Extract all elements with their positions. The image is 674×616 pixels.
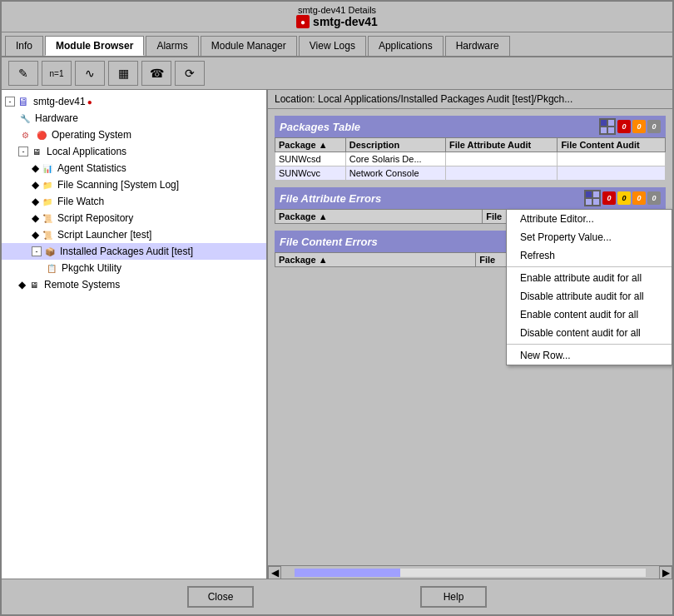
cell-attr-1 — [445, 152, 557, 166]
tree-item-filewatch[interactable]: ◆ 📁 File Watch — [2, 193, 266, 210]
tab-info[interactable]: Info — [5, 36, 43, 56]
ctx-enable-content-all[interactable]: Enable content audit for all — [507, 306, 672, 324]
col-package-attr[interactable]: Package ▲ — [275, 210, 483, 224]
tab-view-logs[interactable]: View Logs — [299, 36, 366, 56]
grid-icon[interactable] — [599, 118, 616, 135]
tab-alarms[interactable]: Alarms — [146, 36, 198, 56]
packages-table-title: Packages Table — [280, 121, 360, 133]
tree-item-pkgaudit[interactable]: - 📦 Installed Packages Audit [test] — [2, 243, 266, 260]
horizontal-scrollbar[interactable]: ◀ ▶ — [268, 565, 672, 579]
toolbar-chart-btn[interactable]: ∿ — [75, 61, 105, 86]
window-main-title: smtg-dev41 — [313, 15, 378, 28]
badge-gray-pkg: 0 — [647, 120, 661, 133]
packages-table-section: Packages Table 0 0 0 — [275, 116, 666, 181]
col-package[interactable]: Package ▲ — [275, 138, 346, 152]
tree-item-scriptlauncher[interactable]: ◆ 📜 Script Launcher [test] — [2, 226, 266, 243]
badge-red-attr: 0 — [602, 191, 616, 205]
tree-item-filescanning[interactable]: ◆ 📁 File Scanning [System Log] — [2, 176, 266, 193]
tab-bar: Info Module Browser Alarms Module Manage… — [2, 32, 672, 57]
toolbar-table-btn[interactable]: ▦ — [108, 61, 138, 86]
tree-item-os[interactable]: ⚙ 🔴 Operating System — [2, 127, 266, 143]
scrollbar-thumb[interactable] — [295, 569, 400, 577]
dot-scriptlauncher: ◆ — [32, 229, 39, 241]
expand-pkgaudit[interactable]: - — [32, 246, 42, 256]
packages-table: Package ▲ Description File Attribute Aud… — [275, 137, 666, 181]
ctx-enable-attr-all[interactable]: Enable attribute audit for all — [507, 269, 672, 287]
tree-item-scriptrepo[interactable]: ◆ 📜 Script Repository — [2, 210, 266, 226]
col-description[interactable]: Description — [345, 138, 445, 152]
error-badge: ● — [87, 97, 92, 107]
tree-item-pkgchk[interactable]: 📋 Pkgchk Utility — [2, 260, 266, 276]
toolbar-phone-btn[interactable]: ☎ — [141, 61, 171, 86]
footer: Close Help — [2, 579, 672, 614]
dot-scriptrepo: ◆ — [32, 212, 39, 224]
context-menu: Attribute Editor... Set Property Value..… — [506, 209, 672, 365]
col-package-content[interactable]: Package ▲ — [275, 253, 476, 267]
tree-item-hardware[interactable]: 🔧 Hardware — [2, 110, 266, 127]
cell-content-2 — [558, 166, 666, 181]
tree-label-filescanning: File Scanning [System Log] — [57, 179, 179, 191]
tree-label-filewatch: File Watch — [57, 196, 104, 207]
ctx-new-row[interactable]: New Row... — [507, 346, 672, 365]
right-panel: Location: Local Applications/Installed P… — [268, 90, 672, 579]
agentstats-icon: 📊 — [41, 161, 54, 175]
location-label: Location: — [275, 93, 315, 105]
os-icon: ⚙ — [18, 128, 32, 142]
table-row[interactable]: SUNWcsd Core Solaris De... — [275, 152, 666, 166]
localapps-icon: 🖥 — [30, 145, 43, 158]
expand-localapps[interactable]: - — [18, 147, 28, 156]
hardware-icon: 🔧 — [18, 112, 32, 125]
computer-icon: 🖥 — [17, 95, 30, 108]
scroll-right-btn[interactable]: ▶ — [659, 566, 672, 579]
location-path: Local Applications/Installed Packages Au… — [318, 93, 572, 105]
dot-agentstats: ◆ — [32, 162, 39, 174]
pkgchk-icon: 📋 — [45, 261, 58, 275]
scroll-left-btn[interactable]: ◀ — [268, 566, 281, 579]
tree-label-hardware: Hardware — [35, 112, 78, 124]
table-row[interactable]: SUNWcvc Network Console — [275, 166, 666, 181]
tree-label-localapps: Local Applications — [47, 146, 126, 157]
tree-label-scriptlauncher: Script Launcher [test] — [57, 229, 151, 241]
close-button[interactable]: Close — [187, 586, 254, 608]
col-file-attr[interactable]: File Attribute Audit — [445, 138, 557, 152]
tree-item-localapps[interactable]: - 🖥 Local Applications — [2, 143, 266, 160]
tab-hardware[interactable]: Hardware — [445, 36, 510, 56]
cell-pkg-2: SUNWcvc — [275, 166, 346, 181]
ctx-attribute-editor[interactable]: Attribute Editor... — [507, 210, 672, 228]
tree-item-root[interactable]: - 🖥 smtg-dev41 ● — [2, 93, 266, 110]
expand-root[interactable]: - — [5, 97, 15, 107]
title-bar: smtg-dev41 Details ● smtg-dev41 — [2, 2, 672, 32]
main-content: - 🖥 smtg-dev41 ● 🔧 Hardware ⚙ 🔴 Operatin… — [2, 90, 672, 579]
ctx-disable-content-all[interactable]: Disable content audit for all — [507, 324, 672, 342]
toolbar-edit-btn[interactable]: ✎ — [8, 61, 38, 86]
ctx-refresh[interactable]: Refresh — [507, 246, 672, 265]
packages-table-header: Packages Table 0 0 0 — [275, 116, 666, 137]
ctx-divider-1 — [507, 266, 672, 267]
tab-module-manager[interactable]: Module Manager — [201, 36, 297, 56]
cell-pkg-1: SUNWcsd — [275, 152, 346, 166]
col-file-content[interactable]: File Content Audit — [558, 138, 666, 152]
file-attr-errors-header: File Attribute Errors 0 0 0 0 — [275, 187, 666, 209]
tab-applications[interactable]: Applications — [368, 36, 444, 56]
tree-label-scriptrepo: Script Repository — [57, 212, 133, 224]
location-bar: Location: Local Applications/Installed P… — [268, 90, 672, 109]
toolbar: ✎ n=1 ∿ ▦ ☎ ⟳ — [2, 57, 672, 90]
cell-content-1 — [558, 152, 666, 166]
filewatch-icon: 📁 — [41, 195, 54, 208]
scrollbar-track[interactable] — [295, 569, 646, 577]
toolbar-refresh-btn[interactable]: ⟳ — [175, 61, 205, 86]
tree-label-agentstats: Agent Statistics — [57, 162, 126, 174]
tree-item-agentstats[interactable]: ◆ 📊 Agent Statistics — [2, 160, 266, 176]
scriptrepo-icon: 📜 — [41, 211, 54, 225]
tree-item-remotesystems[interactable]: ◆ 🖥 Remote Systems — [2, 276, 266, 293]
toolbar-count-btn[interactable]: n=1 — [42, 61, 72, 86]
tab-module-browser[interactable]: Module Browser — [45, 36, 144, 56]
dot-remotesystems: ◆ — [18, 279, 26, 291]
grid-icon2[interactable] — [584, 190, 601, 206]
file-content-errors-title: File Content Errors — [280, 236, 378, 248]
ctx-set-property[interactable]: Set Property Value... — [507, 228, 672, 246]
server-icon: ● — [296, 15, 310, 28]
help-button[interactable]: Help — [420, 586, 487, 608]
ctx-disable-attr-all[interactable]: Disable attribute audit for all — [507, 287, 672, 306]
ctx-divider-2 — [507, 344, 672, 345]
